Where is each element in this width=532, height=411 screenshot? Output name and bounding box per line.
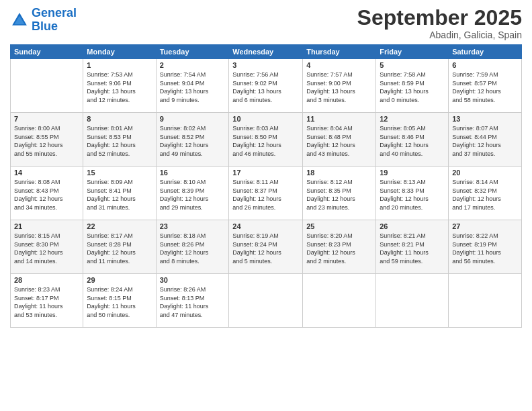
calendar-cell: 6Sunrise: 7:59 AM Sunset: 8:57 PM Daylig… — [449, 59, 522, 113]
calendar-cell: 5Sunrise: 7:58 AM Sunset: 8:59 PM Daylig… — [376, 59, 449, 113]
calendar-table: SundayMondayTuesdayWednesdayThursdayFrid… — [10, 44, 522, 328]
day-number: 11 — [306, 115, 372, 123]
calendar-cell: 18Sunrise: 8:12 AM Sunset: 8:35 PM Dayli… — [303, 167, 376, 220]
header: General Blue September 2025 Abadin, Gali… — [10, 7, 522, 40]
day-info: Sunrise: 8:13 AM Sunset: 8:33 PM Dayligh… — [380, 178, 445, 212]
calendar-cell: 16Sunrise: 8:10 AM Sunset: 8:39 PM Dayli… — [156, 167, 229, 220]
calendar-cell: 29Sunrise: 8:24 AM Sunset: 8:15 PM Dayli… — [83, 274, 156, 328]
day-number: 21 — [14, 222, 79, 230]
calendar-cell: 23Sunrise: 8:18 AM Sunset: 8:26 PM Dayli… — [156, 220, 229, 274]
day-info: Sunrise: 8:23 AM Sunset: 8:17 PM Dayligh… — [14, 285, 79, 319]
day-number: 23 — [160, 222, 226, 230]
day-number: 22 — [87, 222, 152, 230]
calendar-cell: 15Sunrise: 8:09 AM Sunset: 8:41 PM Dayli… — [83, 167, 156, 220]
weekday-header-wednesday: Wednesday — [229, 45, 303, 59]
logo-text: General Blue — [32, 7, 77, 34]
calendar-cell: 9Sunrise: 8:02 AM Sunset: 8:52 PM Daylig… — [156, 113, 229, 167]
logo: General Blue — [10, 7, 77, 34]
calendar-cell — [11, 59, 83, 113]
weekday-header-friday: Friday — [376, 45, 449, 59]
day-info: Sunrise: 8:26 AM Sunset: 8:13 PM Dayligh… — [160, 285, 226, 319]
calendar-cell: 28Sunrise: 8:23 AM Sunset: 8:17 PM Dayli… — [11, 274, 83, 328]
weekday-header-saturday: Saturday — [449, 45, 522, 59]
day-info: Sunrise: 8:02 AM Sunset: 8:52 PM Dayligh… — [160, 124, 226, 158]
logo-icon — [10, 11, 29, 30]
calendar-cell: 7Sunrise: 8:00 AM Sunset: 8:55 PM Daylig… — [11, 113, 83, 167]
calendar-cell: 20Sunrise: 8:14 AM Sunset: 8:32 PM Dayli… — [449, 167, 522, 220]
day-number: 7 — [14, 115, 79, 123]
day-info: Sunrise: 8:07 AM Sunset: 8:44 PM Dayligh… — [452, 124, 518, 158]
day-info: Sunrise: 8:08 AM Sunset: 8:43 PM Dayligh… — [14, 178, 79, 212]
calendar-week-2: 7Sunrise: 8:00 AM Sunset: 8:55 PM Daylig… — [11, 113, 522, 167]
calendar-cell: 10Sunrise: 8:03 AM Sunset: 8:50 PM Dayli… — [229, 113, 303, 167]
day-number: 9 — [160, 115, 226, 123]
day-number: 15 — [87, 169, 152, 177]
weekday-header-sunday: Sunday — [11, 45, 83, 59]
calendar-cell — [229, 274, 303, 328]
day-number: 30 — [160, 276, 226, 284]
calendar-cell — [449, 274, 522, 328]
calendar-cell: 24Sunrise: 8:19 AM Sunset: 8:24 PM Dayli… — [229, 220, 303, 274]
day-number: 5 — [380, 61, 445, 69]
calendar-cell: 13Sunrise: 8:07 AM Sunset: 8:44 PM Dayli… — [449, 113, 522, 167]
day-number: 3 — [232, 61, 299, 69]
day-info: Sunrise: 8:15 AM Sunset: 8:30 PM Dayligh… — [14, 232, 79, 265]
day-info: Sunrise: 8:11 AM Sunset: 8:37 PM Dayligh… — [232, 178, 299, 212]
calendar-cell: 17Sunrise: 8:11 AM Sunset: 8:37 PM Dayli… — [229, 167, 303, 220]
day-info: Sunrise: 8:19 AM Sunset: 8:24 PM Dayligh… — [232, 232, 299, 265]
day-number: 8 — [87, 115, 152, 123]
day-number: 27 — [452, 222, 518, 230]
calendar-cell: 2Sunrise: 7:54 AM Sunset: 9:04 PM Daylig… — [156, 59, 229, 113]
day-info: Sunrise: 7:53 AM Sunset: 9:06 PM Dayligh… — [87, 71, 152, 104]
day-number: 4 — [306, 61, 372, 69]
calendar-cell — [376, 274, 449, 328]
calendar-cell: 11Sunrise: 8:04 AM Sunset: 8:48 PM Dayli… — [303, 113, 376, 167]
day-info: Sunrise: 7:54 AM Sunset: 9:04 PM Dayligh… — [160, 71, 226, 104]
day-number: 28 — [14, 276, 79, 284]
day-number: 6 — [452, 61, 518, 69]
day-info: Sunrise: 7:59 AM Sunset: 8:57 PM Dayligh… — [452, 71, 518, 104]
day-number: 1 — [87, 61, 152, 69]
calendar-cell: 21Sunrise: 8:15 AM Sunset: 8:30 PM Dayli… — [11, 220, 83, 274]
day-info: Sunrise: 8:22 AM Sunset: 8:19 PM Dayligh… — [452, 232, 518, 265]
day-info: Sunrise: 8:20 AM Sunset: 8:23 PM Dayligh… — [306, 232, 372, 265]
day-info: Sunrise: 7:58 AM Sunset: 8:59 PM Dayligh… — [380, 71, 445, 104]
day-info: Sunrise: 8:03 AM Sunset: 8:50 PM Dayligh… — [232, 124, 299, 158]
day-info: Sunrise: 8:10 AM Sunset: 8:39 PM Dayligh… — [160, 178, 226, 212]
page-container: General Blue September 2025 Abadin, Gali… — [0, 0, 532, 334]
calendar-cell: 27Sunrise: 8:22 AM Sunset: 8:19 PM Dayli… — [449, 220, 522, 274]
calendar-cell: 8Sunrise: 8:01 AM Sunset: 8:53 PM Daylig… — [83, 113, 156, 167]
weekday-header-row: SundayMondayTuesdayWednesdayThursdayFrid… — [11, 45, 522, 59]
calendar-week-1: 1Sunrise: 7:53 AM Sunset: 9:06 PM Daylig… — [11, 59, 522, 113]
calendar-week-5: 28Sunrise: 8:23 AM Sunset: 8:17 PM Dayli… — [11, 274, 522, 328]
title-block: September 2025 Abadin, Galicia, Spain — [357, 7, 522, 40]
weekday-header-thursday: Thursday — [303, 45, 376, 59]
calendar-cell: 22Sunrise: 8:17 AM Sunset: 8:28 PM Dayli… — [83, 220, 156, 274]
calendar-week-3: 14Sunrise: 8:08 AM Sunset: 8:43 PM Dayli… — [11, 167, 522, 220]
calendar-cell: 26Sunrise: 8:21 AM Sunset: 8:21 PM Dayli… — [376, 220, 449, 274]
day-info: Sunrise: 8:12 AM Sunset: 8:35 PM Dayligh… — [306, 178, 372, 212]
day-number: 19 — [380, 169, 445, 177]
day-info: Sunrise: 7:56 AM Sunset: 9:02 PM Dayligh… — [232, 71, 299, 104]
calendar-week-4: 21Sunrise: 8:15 AM Sunset: 8:30 PM Dayli… — [11, 220, 522, 274]
day-number: 29 — [87, 276, 152, 284]
day-info: Sunrise: 8:24 AM Sunset: 8:15 PM Dayligh… — [87, 285, 152, 319]
day-info: Sunrise: 8:09 AM Sunset: 8:41 PM Dayligh… — [87, 178, 152, 212]
day-number: 20 — [452, 169, 518, 177]
day-number: 17 — [232, 169, 299, 177]
day-number: 12 — [380, 115, 445, 123]
calendar-cell: 19Sunrise: 8:13 AM Sunset: 8:33 PM Dayli… — [376, 167, 449, 220]
day-info: Sunrise: 8:18 AM Sunset: 8:26 PM Dayligh… — [160, 232, 226, 265]
calendar-cell: 14Sunrise: 8:08 AM Sunset: 8:43 PM Dayli… — [11, 167, 83, 220]
month-title: September 2025 — [357, 7, 522, 28]
calendar-cell: 4Sunrise: 7:57 AM Sunset: 9:00 PM Daylig… — [303, 59, 376, 113]
location: Abadin, Galicia, Spain — [357, 30, 522, 40]
day-info: Sunrise: 8:05 AM Sunset: 8:46 PM Dayligh… — [380, 124, 445, 158]
calendar-cell: 12Sunrise: 8:05 AM Sunset: 8:46 PM Dayli… — [376, 113, 449, 167]
weekday-header-monday: Monday — [83, 45, 156, 59]
day-info: Sunrise: 8:17 AM Sunset: 8:28 PM Dayligh… — [87, 232, 152, 265]
day-info: Sunrise: 8:21 AM Sunset: 8:21 PM Dayligh… — [380, 232, 445, 265]
day-number: 25 — [306, 222, 372, 230]
weekday-header-tuesday: Tuesday — [156, 45, 229, 59]
day-number: 24 — [232, 222, 299, 230]
